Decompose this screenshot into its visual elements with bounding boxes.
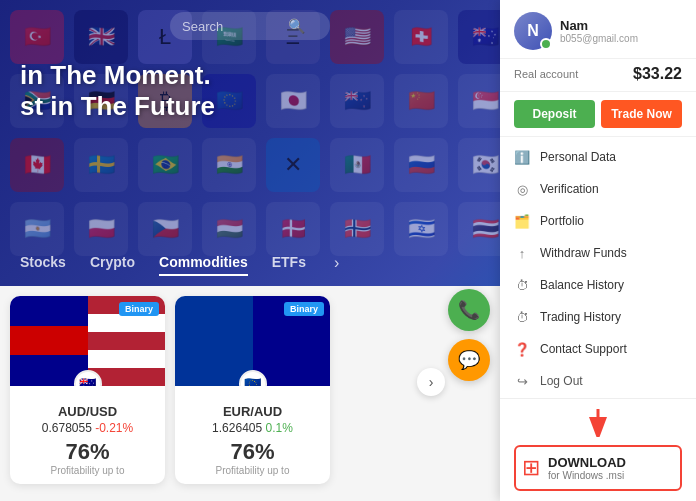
menu-label-verification: Verification bbox=[540, 182, 599, 196]
card-profitability: 76% bbox=[18, 439, 157, 465]
card-pair2: EUR/AUD bbox=[183, 404, 322, 419]
balance-history-icon: ⏱ bbox=[514, 277, 530, 293]
menu-item-contact-support[interactable]: ❓ Contact Support bbox=[500, 333, 696, 365]
user-header: N Nam b055@gmail.com bbox=[500, 0, 696, 59]
contact-support-icon: ❓ bbox=[514, 341, 530, 357]
user-email: b055@gmail.com bbox=[560, 33, 682, 44]
menu-item-portfolio[interactable]: 🗂️ Portfolio bbox=[500, 205, 696, 237]
action-buttons: Deposit Trade Now bbox=[500, 92, 696, 137]
chat-button[interactable]: 💬 bbox=[448, 339, 490, 381]
main-container: 🇹🇷 🇬🇧 Ł 🇸🇦 Ξ 🇺🇸 🇨🇭 🇦🇺 🇿🇦 🇩🇪 ₿ 🇪🇺 🇯🇵 🇳🇿 🇨… bbox=[0, 0, 696, 501]
search-input[interactable] bbox=[182, 19, 282, 34]
hero-line1: in The Moment. bbox=[20, 60, 211, 90]
bg-icon: 🇧🇷 bbox=[138, 138, 192, 192]
bg-icon: 🇨🇭 bbox=[394, 10, 448, 64]
bg-icon: 🇸🇬 bbox=[458, 74, 500, 128]
card-profit-label: Profitability up to bbox=[18, 465, 157, 476]
menu-label-withdraw: Withdraw Funds bbox=[540, 246, 627, 260]
menu-label-personal-data: Personal Data bbox=[540, 150, 616, 164]
menu-label-trading-history: Trading History bbox=[540, 310, 621, 324]
eur-flag bbox=[175, 296, 253, 386]
card-flag-euraud: Binary 🇪🇺 bbox=[175, 296, 330, 386]
hero-text: in The Moment. st in The Future bbox=[20, 60, 215, 122]
binary-badge2: Binary bbox=[284, 302, 324, 316]
download-section: ⊞ DOWNLOAD for Windows .msi bbox=[500, 398, 696, 501]
bg-icon: 🇰🇷 bbox=[458, 138, 500, 192]
bg-icon: 🇦🇺 bbox=[458, 10, 500, 64]
search-icon: 🔍 bbox=[288, 18, 305, 34]
menu-item-trading-history[interactable]: ⏱ Trading History bbox=[500, 301, 696, 333]
bg-icon: 🇦🇷 bbox=[10, 202, 64, 256]
aud-flag bbox=[10, 296, 88, 386]
card-profitability2: 76% bbox=[183, 439, 322, 465]
menu-item-verification[interactable]: ◎ Verification bbox=[500, 173, 696, 205]
user-name: Nam bbox=[560, 18, 682, 33]
bg-icon: ✕ bbox=[266, 138, 320, 192]
bg-icon: 🇹🇭 bbox=[458, 202, 500, 256]
trade-card-euraud[interactable]: Binary 🇪🇺 EUR/AUD 1.626405 0.1% 76% Prof… bbox=[175, 296, 330, 484]
trade-now-button[interactable]: Trade Now bbox=[601, 100, 682, 128]
menu-label-contact-support: Contact Support bbox=[540, 342, 627, 356]
trade-card-audusd[interactable]: Binary 🇦🇺 AUD/USD 0.678055 -0.21% 76% Pr… bbox=[10, 296, 165, 484]
menu-label-portfolio: Portfolio bbox=[540, 214, 584, 228]
logout-icon: ↪ bbox=[514, 373, 530, 389]
card-price2: 1.626405 0.1% bbox=[183, 421, 322, 435]
cards-next-button[interactable]: › bbox=[417, 368, 445, 396]
float-buttons: 📞 💬 bbox=[448, 289, 490, 381]
avatar-wrap: N bbox=[514, 12, 552, 50]
bg-icon: 🇹🇷 bbox=[10, 10, 64, 64]
download-text: DOWNLOAD for Windows .msi bbox=[548, 455, 626, 481]
bg-icon: 🇬🇧 bbox=[74, 10, 128, 64]
search-bar[interactable]: 🔍 bbox=[170, 12, 330, 40]
bg-icon: 🇵🇱 bbox=[74, 202, 128, 256]
price-change-neg: -0.21% bbox=[95, 421, 133, 435]
tab-stocks[interactable]: Stocks bbox=[20, 254, 66, 276]
menu-item-balance-history[interactable]: ⏱ Balance History bbox=[500, 269, 696, 301]
nav-next-arrow[interactable]: › bbox=[334, 254, 339, 276]
bg-icon: 🇲🇽 bbox=[330, 138, 384, 192]
bg-icon: 🇷🇺 bbox=[394, 138, 448, 192]
trading-history-icon: ⏱ bbox=[514, 309, 530, 325]
nav-tabs: Stocks Crypto Commodities ETFs › bbox=[20, 254, 339, 276]
tab-etfs[interactable]: ETFs bbox=[272, 254, 306, 276]
bg-icon: 🇳🇴 bbox=[330, 202, 384, 256]
phone-button[interactable]: 📞 bbox=[448, 289, 490, 331]
card-body-audusd: AUD/USD 0.678055 -0.21% 76% Profitabilit… bbox=[10, 386, 165, 484]
bg-icon: 🇩🇰 bbox=[266, 202, 320, 256]
bg-icon: 🇳🇿 bbox=[330, 74, 384, 128]
menu-items: ℹ️ Personal Data ◎ Verification 🗂️ Portf… bbox=[500, 137, 696, 398]
download-label: DOWNLOAD bbox=[548, 455, 626, 470]
tab-commodities[interactable]: Commodities bbox=[159, 254, 248, 276]
personal-data-icon: ℹ️ bbox=[514, 149, 530, 165]
account-type-label: Real account bbox=[514, 68, 578, 80]
deposit-button[interactable]: Deposit bbox=[514, 100, 595, 128]
bg-icon: 🇭🇺 bbox=[202, 202, 256, 256]
balance-row: Real account $33.22 bbox=[500, 59, 696, 92]
card-flag-audusd: Binary 🇦🇺 bbox=[10, 296, 165, 386]
menu-label-balance-history: Balance History bbox=[540, 278, 624, 292]
menu-item-logout[interactable]: ↪ Log Out bbox=[500, 365, 696, 397]
portfolio-icon: 🗂️ bbox=[514, 213, 530, 229]
tab-crypto[interactable]: Crypto bbox=[90, 254, 135, 276]
right-panel: N Nam b055@gmail.com Real account $33.22… bbox=[500, 0, 696, 501]
card-pair: AUD/USD bbox=[18, 404, 157, 419]
download-sublabel: for Windows .msi bbox=[548, 470, 626, 481]
card-body-euraud: EUR/AUD 1.626405 0.1% 76% Profitability … bbox=[175, 386, 330, 484]
bg-icon: 🇨🇦 bbox=[10, 138, 64, 192]
menu-item-personal-data[interactable]: ℹ️ Personal Data bbox=[500, 141, 696, 173]
binary-badge: Binary bbox=[119, 302, 159, 316]
menu-item-withdraw[interactable]: ↑ Withdraw Funds bbox=[500, 237, 696, 269]
left-panel: 🇹🇷 🇬🇧 Ł 🇸🇦 Ξ 🇺🇸 🇨🇭 🇦🇺 🇿🇦 🇩🇪 ₿ 🇪🇺 🇯🇵 🇳🇿 🇨… bbox=[0, 0, 500, 501]
hero-line2: st in The Future bbox=[20, 91, 215, 121]
bg-icon: 🇸🇪 bbox=[74, 138, 128, 192]
withdraw-icon: ↑ bbox=[514, 245, 530, 261]
bg-icon: 🇺🇸 bbox=[330, 10, 384, 64]
bg-icon: 🇨🇳 bbox=[394, 74, 448, 128]
card-profit-label2: Profitability up to bbox=[183, 465, 322, 476]
price-change-pos: 0.1% bbox=[266, 421, 293, 435]
download-arrow-icon bbox=[578, 407, 618, 437]
balance-amount: $33.22 bbox=[633, 65, 682, 83]
download-button[interactable]: ⊞ DOWNLOAD for Windows .msi bbox=[514, 445, 682, 491]
bg-icon: 🇯🇵 bbox=[266, 74, 320, 128]
online-badge bbox=[540, 38, 552, 50]
